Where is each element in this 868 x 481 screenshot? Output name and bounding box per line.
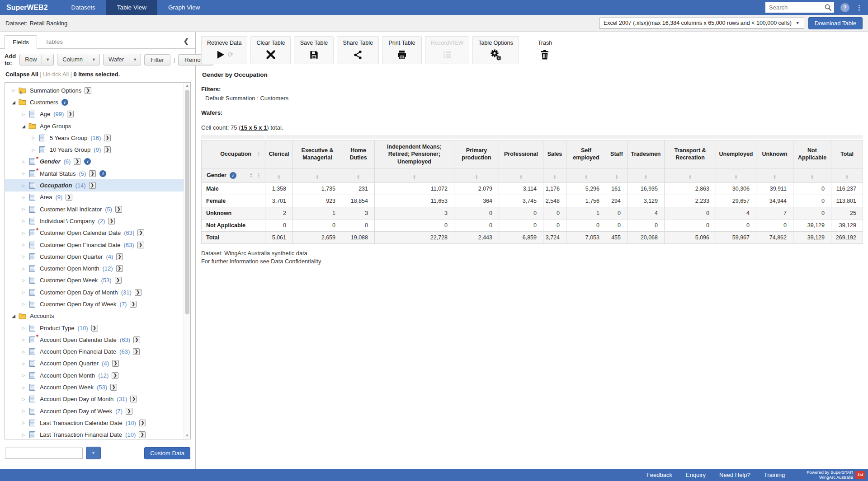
sort-icon[interactable]: ▲▼	[278, 174, 281, 180]
tree-expand-icon[interactable]: ▷	[20, 409, 27, 413]
tree-item-10-years-group[interactable]: ▷10 Years Group(9)❯	[5, 144, 190, 155]
sort-column-cell[interactable]: ▲▼	[665, 168, 716, 182]
tree-item-label[interactable]: Last Transaction Financial Date	[40, 431, 122, 438]
column-header-self-employed[interactable]: Self employed	[566, 140, 606, 168]
tree-item-account-open-month[interactable]: ▷Account Open Month(12)❯	[5, 369, 190, 381]
tree-expand-icon[interactable]: ▷	[20, 420, 27, 425]
open-field-arrow-button[interactable]: ❯	[130, 396, 137, 402]
open-field-arrow-button[interactable]: ❯	[137, 229, 144, 236]
sidebar-collapse-icon[interactable]: ❮	[183, 37, 189, 45]
tree-expand-icon[interactable]: ▷	[20, 219, 27, 223]
tree-item-label[interactable]: Customer Open Week	[40, 277, 98, 284]
open-field-arrow-button[interactable]: ❯	[115, 277, 122, 284]
tree-expand-icon[interactable]: ▷	[20, 302, 27, 306]
sort-icon[interactable]: ▲▼	[519, 174, 523, 180]
tree-item-label[interactable]: Account Open Month	[40, 372, 95, 379]
open-field-arrow-button[interactable]: ❯	[104, 135, 111, 141]
tree-collapse-icon[interactable]: ◢	[10, 100, 17, 105]
tree-item-label[interactable]: Age Groups	[40, 123, 71, 130]
open-field-arrow-button[interactable]: ❯	[115, 206, 122, 213]
tree-item-label[interactable]: Customer Open Day of Week	[40, 301, 117, 308]
open-field-arrow-button[interactable]: ❯	[91, 325, 98, 332]
cell-count-link[interactable]: 15 x 5 x 1	[241, 124, 267, 131]
sort-icon[interactable]: ▲▼	[357, 174, 360, 180]
tree-item-label[interactable]: Account Open Day of Month	[40, 396, 113, 402]
open-field-arrow-button[interactable]: ❯	[108, 218, 115, 224]
tree-item-label[interactable]: 10 Years Group	[50, 146, 90, 153]
open-field-arrow-button[interactable]: ❯	[66, 194, 72, 201]
tree-collapse-icon[interactable]: ◢	[10, 313, 17, 318]
filter-button[interactable]: Filter	[144, 54, 170, 65]
dataset-link[interactable]: Retail Banking	[29, 20, 67, 27]
tree-expand-icon[interactable]: ▷	[20, 337, 27, 342]
tab-fields[interactable]: Fields	[5, 35, 37, 49]
tree-expand-icon[interactable]: ▷	[10, 88, 17, 93]
tree-item-label[interactable]: Customer Open Financial Date	[40, 242, 120, 248]
open-field-arrow-button[interactable]: ❯	[116, 265, 123, 272]
tree-expand-icon[interactable]: ▷	[20, 373, 27, 378]
open-field-arrow-button[interactable]: ❯	[89, 170, 96, 177]
tree-item-label[interactable]: Marital Status	[40, 170, 75, 177]
tree-item-label[interactable]: Occupation	[40, 182, 72, 189]
sort-column-cell[interactable]: ▲▼	[566, 168, 606, 182]
chevron-down-icon[interactable]: ▼	[88, 54, 99, 65]
footer-link-enquiry[interactable]: Enquiry	[686, 472, 706, 478]
tree-item-5-years-group[interactable]: ▷5 Years Group(16)❯	[5, 132, 190, 144]
tree-expand-icon[interactable]: ▷	[20, 433, 27, 437]
tree-scrollbar[interactable]: ▲ ▼	[184, 83, 190, 439]
add-to-row-button[interactable]: Row▼	[19, 54, 54, 65]
row-menu-icon[interactable]: ⋮	[256, 172, 262, 179]
tree-item-age-groups[interactable]: ◢Age Groups	[5, 120, 190, 132]
add-to-column-button[interactable]: Column▼	[57, 54, 100, 65]
tree-item-marital-status[interactable]: ▷*Marital Status(5)❯i	[5, 168, 190, 179]
tree-expand-icon[interactable]: ▷	[20, 350, 27, 354]
trash-button[interactable]: Trash	[532, 36, 558, 64]
tree-expand-icon[interactable]: ▷	[20, 254, 27, 259]
column-header-transport-recreation[interactable]: Transport & Recreation	[665, 140, 716, 168]
tree-item-account-open-calendar-date[interactable]: ▷*Account Open Calendar Date(63)❯	[5, 334, 190, 346]
column-dimension-header[interactable]: Occupation⋮	[202, 140, 265, 168]
info-icon[interactable]: i	[230, 172, 236, 179]
column-header-unknown[interactable]: Unknown	[756, 140, 793, 168]
footer-link-feedback[interactable]: Feedback	[646, 472, 672, 478]
tree-item-customer-mail-indicator[interactable]: ▷Customer Mail Indicator(5)❯	[5, 203, 190, 215]
open-field-arrow-button[interactable]: ❯	[116, 253, 123, 260]
tree-item-label[interactable]: Account Open Week	[40, 384, 94, 391]
tree-item-age[interactable]: ▷Age(99)❯	[5, 108, 190, 120]
clear-table-button[interactable]: Clear Table	[250, 36, 291, 64]
info-icon[interactable]: i	[61, 99, 68, 106]
tree-item-label[interactable]: Last Transaction Calendar Date	[40, 420, 123, 426]
sort-icon[interactable]: ▲▼	[615, 174, 618, 180]
tree-item-customer-open-calendar-date[interactable]: ▷*Customer Open Calendar Date(63)❯	[5, 227, 190, 239]
tree-item-label[interactable]: Individual \ Company	[40, 218, 94, 224]
tree-item-label[interactable]: Customer Open Day of Month	[40, 289, 118, 296]
filter-dropdown-button[interactable]: ▼	[86, 447, 101, 459]
tree-expand-icon[interactable]: ▷	[20, 290, 27, 294]
tab-tables[interactable]: Tables	[37, 35, 71, 48]
column-header-staff[interactable]: Staff	[606, 140, 627, 168]
tree-expand-icon[interactable]: ▷	[20, 243, 27, 247]
sort-column-cell[interactable]: ▲▼	[375, 168, 454, 182]
tree-item-customer-open-financial-date[interactable]: ▷Customer Open Financial Date(63)❯	[5, 239, 190, 251]
tree-item-label[interactable]: Account Open Calendar Date	[40, 336, 117, 343]
column-header-sales[interactable]: Sales	[543, 140, 566, 168]
scroll-up-icon[interactable]: ▲	[184, 83, 190, 89]
sort-column-cell[interactable]: ▲▼	[454, 168, 499, 182]
tree-item-customer-open-day-of-month[interactable]: ▷Customer Open Day of Month(31)❯	[5, 286, 190, 298]
row-label-not-applicable[interactable]: Not Applicable	[202, 219, 265, 231]
tree-item-area[interactable]: ▷Area(9)❯	[5, 191, 190, 203]
tree-expand-icon[interactable]: ▷	[30, 148, 37, 152]
column-header-independent-means-retired-pensioner-unemployed[interactable]: Independent Means; Retired; Pensioner; U…	[375, 140, 454, 168]
collapse-all-link[interactable]: Collapse All	[5, 71, 38, 78]
column-header-tradesmen[interactable]: Tradesmen	[627, 140, 665, 168]
open-field-arrow-button[interactable]: ❯	[110, 384, 117, 391]
tree-collapse-icon[interactable]: ◢	[20, 124, 27, 129]
sort-icon[interactable]: ▲▼	[250, 173, 253, 178]
sort-column-cell[interactable]: ▲▼	[627, 168, 665, 182]
tree-item-label[interactable]: Accounts	[30, 313, 54, 319]
tree-expand-icon[interactable]: ▷	[30, 135, 37, 140]
sort-icon[interactable]: ▲▼	[585, 174, 588, 180]
open-field-arrow-button[interactable]: ❯	[139, 420, 146, 426]
tree-item-customer-open-day-of-week[interactable]: ▷Customer Open Day of Week(7)❯	[5, 298, 190, 310]
export-format-select[interactable]: Excel 2007 (.xlsx)(max 16,384 columns x …	[599, 18, 804, 29]
